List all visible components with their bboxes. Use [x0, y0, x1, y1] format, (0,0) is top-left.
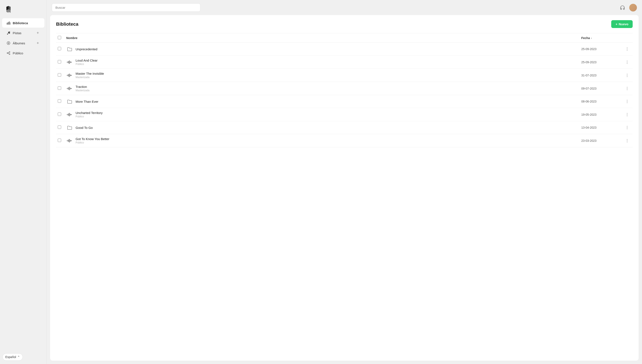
row-checkbox-unprecedented[interactable]: [58, 47, 61, 50]
library-title: Biblioteca: [56, 22, 78, 27]
library-content: Biblioteca + Nuevo Nombre Fecha: [50, 15, 638, 360]
sidebar-label-albumes: Álbumes: [13, 42, 25, 45]
row-name-cell: Unprecedented: [64, 43, 580, 56]
svg-rect-23: [68, 74, 68, 76]
sidebar-label-publico: Público: [13, 51, 23, 55]
svg-rect-1: [8, 22, 8, 24]
row-checkbox-uncharted-territory[interactable]: [58, 112, 61, 116]
row-name-main-traction: Traction: [76, 85, 90, 88]
user-avatar[interactable]: [629, 4, 637, 12]
svg-point-13: [627, 50, 628, 51]
row-more-button-uncharted-territory[interactable]: [624, 111, 630, 118]
svg-point-50: [627, 127, 628, 128]
svg-point-59: [627, 142, 628, 142]
table-row[interactable]: Loud And Clear Público 25-09-2023: [56, 56, 633, 69]
row-checkbox-cell: [56, 69, 64, 82]
svg-point-57: [627, 139, 628, 140]
row-actions-cell: [622, 95, 633, 108]
row-name-main-loud-and-clear: Loud And Clear: [76, 58, 98, 62]
table-row[interactable]: Uncharted Territory Público 19-05-2023: [56, 108, 633, 121]
svg-point-19: [627, 60, 628, 61]
row-text-uncharted-territory: Uncharted Territory Público: [76, 111, 102, 118]
sidebar-item-biblioteca[interactable]: Biblioteca: [2, 18, 44, 28]
select-all-checkbox[interactable]: [58, 36, 61, 39]
svg-rect-3: [10, 22, 10, 24]
row-checkbox-cell: [56, 43, 64, 56]
svg-point-36: [627, 88, 628, 89]
table-row[interactable]: Good To Go 13-04-2023: [56, 121, 633, 134]
row-checkbox-good-to-go[interactable]: [58, 126, 61, 129]
pistas-add-button[interactable]: +: [36, 30, 40, 35]
sidebar-item-publico[interactable]: Público: [2, 48, 44, 58]
row-checkbox-got-to-know-you-better[interactable]: [58, 138, 61, 142]
svg-rect-42: [68, 114, 68, 116]
row-actions-cell: [622, 134, 633, 147]
svg-rect-43: [69, 113, 70, 116]
svg-point-21: [627, 63, 628, 64]
row-checkbox-cell: [56, 82, 64, 95]
waveform-icon: [66, 59, 73, 66]
th-fecha[interactable]: Fecha ↓: [580, 33, 622, 43]
topbar-right: [619, 4, 637, 12]
svg-rect-26: [71, 75, 72, 76]
row-date-good-to-go: 13-04-2023: [581, 126, 596, 129]
svg-point-12: [627, 49, 628, 50]
row-actions-cell: [622, 82, 633, 95]
row-name-cell: Good To Go: [64, 121, 580, 134]
row-more-button-more-than-ever[interactable]: [624, 98, 630, 105]
row-checkbox-loud-and-clear[interactable]: [58, 60, 61, 64]
svg-rect-22: [67, 75, 68, 76]
sort-arrow-icon: ↓: [590, 36, 592, 40]
row-actions-cell: [622, 69, 633, 82]
svg-rect-2: [9, 22, 10, 24]
row-date-loud-and-clear: 25-09-2023: [581, 60, 596, 64]
table-row[interactable]: Got To Know You Better Público 23-03-202…: [56, 134, 633, 147]
row-text-traction: Traction Masterizada: [76, 85, 90, 92]
folder-icon: [66, 124, 73, 131]
language-selector[interactable]: Español ⌃: [2, 354, 23, 360]
row-date-cell: 31-07-2023: [580, 69, 622, 82]
table-row[interactable]: More Than Ever 08-06-2023: [56, 95, 633, 108]
albumes-add-button[interactable]: +: [36, 41, 40, 46]
svg-point-35: [627, 87, 628, 88]
row-text-more-than-ever: More Than Ever: [76, 100, 98, 103]
table-row[interactable]: Traction Masterizada 09-07-2023: [56, 82, 633, 95]
row-sub-got-to-know-you-better: Público: [76, 141, 109, 144]
row-checkbox-more-than-ever[interactable]: [58, 99, 61, 103]
row-more-button-good-to-go[interactable]: [624, 124, 630, 131]
table-row[interactable]: Master The Invisible Masterizada 31-07-2…: [56, 69, 633, 82]
row-date-cell: 09-07-2023: [580, 82, 622, 95]
svg-point-46: [627, 113, 628, 114]
row-date-cell: 25-09-2023: [580, 56, 622, 69]
row-date-master-the-invisible: 31-07-2023: [581, 74, 596, 77]
svg-point-20: [627, 62, 628, 62]
sidebar-item-albumes[interactable]: Álbumes +: [2, 38, 44, 48]
support-button[interactable]: [619, 4, 626, 12]
row-name-main-more-than-ever: More Than Ever: [76, 100, 98, 103]
row-date-more-than-ever: 08-06-2023: [581, 100, 596, 103]
row-checkbox-cell: [56, 56, 64, 69]
row-more-button-traction[interactable]: [624, 85, 630, 92]
table-row[interactable]: Unprecedented 25-09-2023: [56, 43, 633, 56]
date-sort-button[interactable]: Fecha ↓: [581, 36, 620, 40]
language-label: Español: [5, 355, 16, 359]
nuevo-button[interactable]: + Nuevo: [611, 20, 633, 28]
row-text-good-to-go: Good To Go: [76, 126, 93, 130]
row-more-button-unprecedented[interactable]: [624, 46, 630, 52]
th-nombre: Nombre: [64, 33, 580, 43]
search-input[interactable]: [52, 4, 200, 12]
sidebar-item-pistas[interactable]: Pistas +: [2, 28, 44, 38]
row-more-button-loud-and-clear[interactable]: [624, 59, 630, 66]
row-name-cell: Master The Invisible Masterizada: [64, 69, 580, 82]
svg-rect-30: [67, 88, 68, 89]
waveform-icon: [66, 72, 73, 79]
row-checkbox-cell: [56, 95, 64, 108]
row-more-button-got-to-know-you-better[interactable]: [624, 137, 630, 144]
row-checkbox-traction[interactable]: [58, 86, 61, 90]
row-more-button-master-the-invisible[interactable]: [624, 72, 630, 79]
folder-icon: [66, 46, 73, 52]
svg-rect-31: [68, 88, 68, 90]
row-name-cell: Traction Masterizada: [64, 82, 580, 95]
row-checkbox-master-the-invisible[interactable]: [58, 73, 61, 76]
svg-rect-45: [71, 114, 72, 115]
